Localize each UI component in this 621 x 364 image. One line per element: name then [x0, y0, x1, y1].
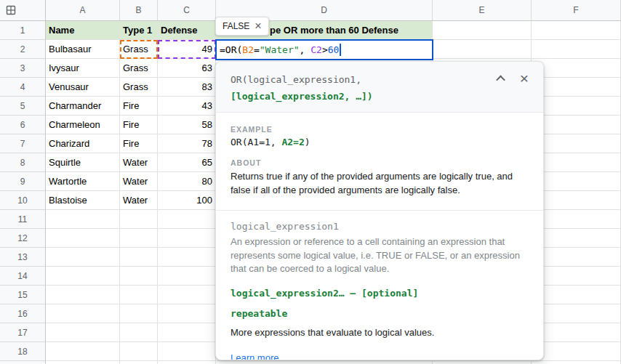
- cell-C6[interactable]: 58: [158, 116, 216, 134]
- row-header-9[interactable]: 9: [0, 172, 46, 191]
- cell-B7[interactable]: Fire: [120, 134, 158, 153]
- cell-F10[interactable]: [532, 191, 621, 210]
- cell-C2[interactable]: 49: [158, 40, 216, 59]
- cell-editor-d2[interactable]: =OR(B2="Water", C2>60: [215, 39, 433, 60]
- cell-B18[interactable]: [120, 342, 158, 361]
- cell-A19[interactable]: [46, 361, 120, 364]
- learn-more-link[interactable]: Learn more: [231, 352, 279, 360]
- cell-F12[interactable]: [532, 229, 621, 248]
- column-header-B[interactable]: B: [120, 0, 158, 21]
- cell-C14[interactable]: [158, 267, 216, 286]
- row-header-13[interactable]: 13: [0, 248, 46, 267]
- cell-F6[interactable]: [532, 116, 621, 134]
- cell-C19[interactable]: [158, 361, 216, 364]
- cell-F14[interactable]: [532, 267, 621, 286]
- collapse-button[interactable]: [496, 74, 505, 84]
- row-header-8[interactable]: 8: [0, 153, 46, 172]
- cell-A9[interactable]: Wartortle: [46, 172, 120, 191]
- column-header-A[interactable]: A: [46, 0, 120, 21]
- cell-D19[interactable]: [216, 361, 433, 364]
- row-header-18[interactable]: 18: [0, 342, 46, 361]
- column-header-F[interactable]: F: [532, 0, 621, 21]
- cell-C9[interactable]: 80: [158, 172, 216, 191]
- cell-F19[interactable]: [532, 361, 621, 364]
- cell-B4[interactable]: Grass: [120, 78, 158, 97]
- cell-B6[interactable]: Fire: [120, 116, 158, 134]
- cell-A17[interactable]: [46, 323, 120, 342]
- cell-B1[interactable]: Type 1: [120, 21, 158, 40]
- row-header-5[interactable]: 5: [0, 97, 46, 116]
- cell-F2[interactable]: [532, 40, 621, 59]
- cell-A16[interactable]: [46, 304, 120, 323]
- row-header-19[interactable]: 19: [0, 361, 46, 364]
- cell-E1[interactable]: [433, 21, 532, 40]
- cell-C13[interactable]: [158, 248, 216, 267]
- popup-close-button[interactable]: ×: [520, 73, 529, 84]
- cell-F5[interactable]: [532, 97, 621, 116]
- row-header-17[interactable]: 17: [0, 323, 46, 342]
- cell-F11[interactable]: [532, 210, 621, 229]
- cell-B16[interactable]: [120, 304, 158, 323]
- row-header-11[interactable]: 11: [0, 210, 46, 229]
- cell-B8[interactable]: Water: [120, 153, 158, 172]
- cell-F3[interactable]: [532, 59, 621, 78]
- cell-F1[interactable]: [532, 21, 621, 40]
- cell-B17[interactable]: [120, 323, 158, 342]
- row-header-16[interactable]: 16: [0, 304, 46, 323]
- cell-B19[interactable]: [120, 361, 158, 364]
- cell-A18[interactable]: [46, 342, 120, 361]
- cell-A2[interactable]: Bulbasaur: [46, 40, 120, 59]
- cell-F9[interactable]: [532, 172, 621, 191]
- cell-B3[interactable]: Grass: [120, 59, 158, 78]
- cell-A15[interactable]: [46, 286, 120, 304]
- cell-C4[interactable]: 83: [158, 78, 216, 97]
- row-header-10[interactable]: 10: [0, 191, 46, 210]
- chip-close-icon[interactable]: ×: [255, 20, 261, 32]
- row-header-3[interactable]: 3: [0, 59, 46, 78]
- cell-C16[interactable]: [158, 304, 216, 323]
- cell-F13[interactable]: [532, 248, 621, 267]
- cell-A10[interactable]: Blastoise: [46, 191, 120, 210]
- cell-F17[interactable]: [532, 323, 621, 342]
- cell-C5[interactable]: 43: [158, 97, 216, 116]
- cell-E2[interactable]: [433, 40, 532, 59]
- cell-C11[interactable]: [158, 210, 216, 229]
- row-header-14[interactable]: 14: [0, 267, 46, 286]
- row-header-1[interactable]: 1: [0, 21, 46, 40]
- cell-A13[interactable]: [46, 248, 120, 267]
- cell-B13[interactable]: [120, 248, 158, 267]
- cell-A5[interactable]: Charmander: [46, 97, 120, 116]
- cell-A6[interactable]: Charmeleon: [46, 116, 120, 134]
- cell-B14[interactable]: [120, 267, 158, 286]
- cell-B2[interactable]: Grass: [120, 40, 158, 59]
- cell-A14[interactable]: [46, 267, 120, 286]
- select-all-corner[interactable]: [0, 0, 46, 21]
- column-header-C[interactable]: C: [158, 0, 216, 21]
- cell-F7[interactable]: [532, 134, 621, 153]
- cell-C17[interactable]: [158, 323, 216, 342]
- cell-F18[interactable]: [532, 342, 621, 361]
- row-header-4[interactable]: 4: [0, 78, 46, 97]
- cell-B9[interactable]: Water: [120, 172, 158, 191]
- cell-A4[interactable]: Venusaur: [46, 78, 120, 97]
- cell-F15[interactable]: [532, 286, 621, 304]
- cell-B5[interactable]: Fire: [120, 97, 158, 116]
- cell-F4[interactable]: [532, 78, 621, 97]
- row-header-15[interactable]: 15: [0, 286, 46, 304]
- cell-A8[interactable]: Squirtle: [46, 153, 120, 172]
- cell-A12[interactable]: [46, 229, 120, 248]
- cell-C12[interactable]: [158, 229, 216, 248]
- cell-A3[interactable]: Ivysaur: [46, 59, 120, 78]
- cell-C8[interactable]: 65: [158, 153, 216, 172]
- cell-B10[interactable]: Water: [120, 191, 158, 210]
- cell-E19[interactable]: [433, 361, 532, 364]
- cell-C1[interactable]: Defense: [158, 21, 216, 40]
- cell-C7[interactable]: 78: [158, 134, 216, 153]
- cell-B11[interactable]: [120, 210, 158, 229]
- row-header-12[interactable]: 12: [0, 229, 46, 248]
- cell-C10[interactable]: 100: [158, 191, 216, 210]
- column-header-E[interactable]: E: [433, 0, 532, 21]
- row-header-7[interactable]: 7: [0, 134, 46, 153]
- cell-B12[interactable]: [120, 229, 158, 248]
- cell-C18[interactable]: [158, 342, 216, 361]
